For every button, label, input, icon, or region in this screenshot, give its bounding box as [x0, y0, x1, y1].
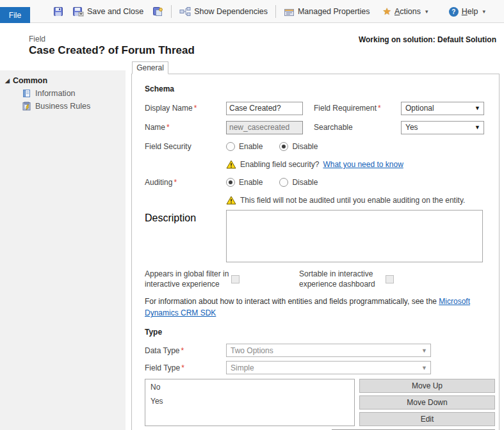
- sidebar-item-information[interactable]: Information: [22, 87, 126, 100]
- chevron-down-icon: ▾: [482, 8, 485, 15]
- searchable-value: Yes: [405, 123, 418, 132]
- toolbar: File Save and Close: [0, 0, 504, 23]
- help-menu-button[interactable]: ? Help ▾: [444, 4, 490, 19]
- sidebar-group-label: Common: [13, 76, 47, 85]
- select-arrow-icon: ▼: [421, 347, 427, 354]
- display-name-label: Display Name*: [145, 104, 226, 113]
- sidebar-group-common[interactable]: ◢ Common: [5, 74, 126, 87]
- searchable-select[interactable]: Yes ▼: [401, 121, 484, 134]
- auditing-enable-label: Enable: [239, 178, 263, 187]
- show-dependencies-button[interactable]: Show Dependencies: [175, 4, 272, 19]
- edit-button[interactable]: Edit: [359, 412, 495, 426]
- field-security-label: Field Security: [145, 142, 226, 151]
- entity-type-label: Field: [29, 35, 45, 44]
- required-marker: *: [181, 363, 184, 372]
- what-you-need-to-know-link[interactable]: What you need to know: [323, 160, 403, 169]
- list-item[interactable]: Yes: [145, 395, 354, 409]
- field-security-enable-radio[interactable]: [226, 142, 235, 151]
- warning-icon: [226, 196, 236, 205]
- business-rules-icon: [22, 102, 31, 111]
- file-menu-button[interactable]: File: [0, 7, 30, 23]
- warning-icon: [226, 160, 236, 169]
- sidebar-item-label: Information: [35, 89, 76, 98]
- field-type-label: Field Type*: [145, 363, 226, 372]
- field-type-value: Simple: [231, 363, 254, 372]
- actions-label: Actions: [394, 7, 421, 16]
- information-icon: [22, 89, 31, 98]
- save-as-icon: [152, 6, 163, 17]
- description-textarea[interactable]: [226, 210, 483, 262]
- required-marker: *: [167, 123, 170, 132]
- select-arrow-icon: ▼: [421, 365, 427, 371]
- auditing-disable-label: Disable: [292, 178, 318, 187]
- sidebar: ◢ Common Information Business Rules: [0, 70, 126, 430]
- auditing-warning-text: This field will not be audited until you…: [240, 196, 465, 205]
- required-marker: *: [378, 104, 381, 113]
- tab-general[interactable]: General: [132, 61, 168, 74]
- field-type-select: Simple ▼: [226, 361, 431, 374]
- save-and-close-button[interactable]: Save and Close: [68, 4, 148, 19]
- required-marker: *: [181, 346, 184, 355]
- data-type-label: Data Type*: [145, 346, 226, 355]
- sidebar-item-business-rules[interactable]: Business Rules: [22, 100, 126, 113]
- required-marker: *: [174, 178, 177, 187]
- move-down-button[interactable]: Move Down: [359, 395, 495, 410]
- general-tab-panel: Schema Display Name* Field Requirement* …: [131, 74, 500, 430]
- sdk-note: For information about how to interact wi…: [145, 296, 481, 319]
- save-button[interactable]: [49, 4, 68, 19]
- page-title: Case Created? of Forum Thread: [29, 44, 195, 57]
- save-icon: [53, 6, 63, 17]
- description-label: Description: [145, 210, 226, 224]
- show-dependencies-label: Show Dependencies: [194, 7, 268, 16]
- show-dependencies-icon: [179, 7, 191, 16]
- global-filter-checkbox[interactable]: [231, 275, 240, 283]
- field-security-enable-label: Enable: [239, 142, 263, 151]
- data-type-value: Two Options: [231, 346, 273, 355]
- data-type-select: Two Options ▼: [226, 344, 431, 357]
- chevron-down-icon: ▾: [425, 8, 428, 15]
- field-requirement-value: Optional: [405, 104, 434, 113]
- actions-menu-button[interactable]: ★ Actions ▾: [378, 3, 433, 20]
- name-label: Name*: [145, 123, 226, 132]
- actions-star-icon: ★: [383, 6, 391, 17]
- global-filter-label: Appears in global filter in interactive …: [145, 269, 231, 289]
- field-security-disable-radio[interactable]: [279, 142, 288, 151]
- sortable-checkbox[interactable]: [386, 275, 394, 283]
- display-name-input[interactable]: [226, 102, 303, 115]
- field-security-warning-text: Enabling field security?: [240, 160, 319, 169]
- auditing-disable-radio[interactable]: [279, 178, 288, 187]
- managed-properties-icon: [284, 7, 295, 17]
- auditing-enable-radio[interactable]: [226, 178, 235, 187]
- move-up-button[interactable]: Move Up: [359, 379, 495, 393]
- managed-properties-label: Managed Properties: [298, 7, 370, 16]
- sidebar-item-label: Business Rules: [35, 102, 90, 111]
- field-security-disable-label: Disable: [292, 142, 318, 151]
- tree-expanded-icon: ◢: [5, 77, 10, 84]
- toolbar-separator: [275, 5, 276, 18]
- sdk-note-text: For information about how to interact wi…: [145, 297, 439, 306]
- type-section-heading: Type: [145, 328, 499, 337]
- toolbar-separator: [171, 5, 172, 18]
- working-on-solution-label: Working on solution: Default Solution: [359, 35, 496, 44]
- select-arrow-icon: ▼: [475, 105, 480, 111]
- options-listbox[interactable]: No Yes: [145, 379, 355, 426]
- save-and-close-label: Save and Close: [87, 7, 143, 16]
- save-and-close-icon: [72, 6, 84, 17]
- name-input: [226, 121, 303, 134]
- managed-properties-button[interactable]: Managed Properties: [279, 4, 375, 19]
- searchable-label: Searchable: [314, 123, 401, 132]
- list-item[interactable]: No: [145, 381, 354, 395]
- save-as-button[interactable]: [148, 4, 168, 19]
- schema-section-heading: Schema: [145, 84, 499, 93]
- required-marker: *: [194, 104, 197, 113]
- help-label: Help: [462, 7, 478, 16]
- select-arrow-icon: ▼: [475, 124, 480, 131]
- auditing-label: Auditing*: [145, 178, 226, 187]
- field-requirement-select[interactable]: Optional ▼: [401, 102, 484, 115]
- field-editor-window: File Save and Close: [0, 0, 504, 430]
- field-requirement-label: Field Requirement*: [314, 104, 401, 113]
- sortable-label: Sortable in interactive experience dashb…: [299, 269, 382, 289]
- help-icon: ?: [449, 7, 459, 17]
